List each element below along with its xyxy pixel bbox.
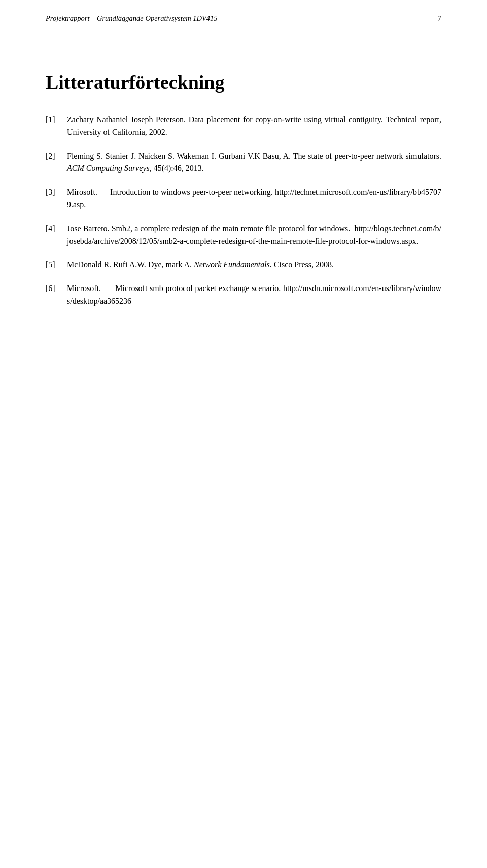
ref-label-2: [2] [46, 150, 67, 175]
list-item: [6] Microsoft. Microsoft smb protocol pa… [46, 282, 441, 308]
ref-label-1: [1] [46, 114, 67, 139]
page: Projektrapport – Grundläggande Operativs… [0, 0, 487, 868]
ref-label-6: [6] [46, 282, 67, 308]
ref-content-3: Mirosoft. Introduction to windows peer-t… [67, 186, 441, 211]
list-item: [4] Jose Barreto. Smb2, a complete redes… [46, 223, 441, 248]
ref-content-4: Jose Barreto. Smb2, a complete redesign … [67, 223, 441, 248]
header-page-number: 7 [438, 14, 441, 23]
reference-list: [1] Zachary Nathaniel Joseph Peterson. D… [46, 114, 441, 308]
list-item: [1] Zachary Nathaniel Joseph Peterson. D… [46, 114, 441, 139]
list-item: [5] McDonald R. Rufi A.W. Dye, mark A. N… [46, 259, 441, 271]
ref-content-1: Zachary Nathaniel Joseph Peterson. Data … [67, 114, 441, 139]
list-item: [2] Fleming S. Stanier J. Naicken S. Wak… [46, 150, 441, 175]
ref-label-3: [3] [46, 186, 67, 211]
section-heading: Litteraturförteckning [46, 71, 441, 93]
list-item: [3] Mirosoft. Introduction to windows pe… [46, 186, 441, 211]
main-content: Litteraturförteckning [1] Zachary Nathan… [46, 71, 441, 308]
ref-label-4: [4] [46, 223, 67, 248]
page-header: Projektrapport – Grundläggande Operativs… [46, 14, 441, 23]
ref-label-5: [5] [46, 259, 67, 271]
ref-content-5: McDonald R. Rufi A.W. Dye, mark A. Netwo… [67, 259, 441, 271]
ref-content-6: Microsoft. Microsoft smb protocol packet… [67, 282, 441, 308]
ref-content-2: Fleming S. Stanier J. Naicken S. Wakeman… [67, 150, 441, 175]
header-title: Projektrapport – Grundläggande Operativs… [46, 14, 218, 23]
